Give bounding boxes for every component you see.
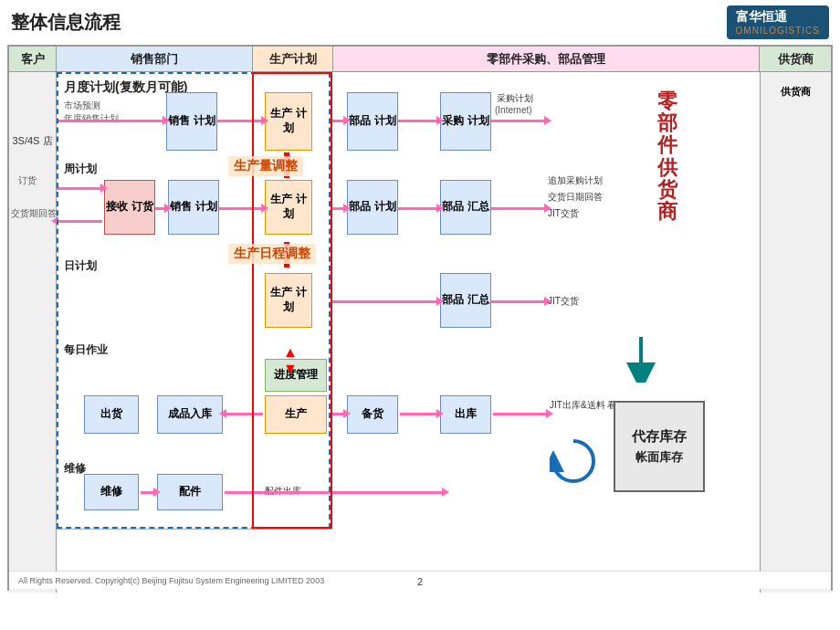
arrow-order-in: [57, 187, 102, 190]
page-number: 2: [417, 576, 423, 587]
logo-area: 富华恒通 OMNILOGISTICS: [727, 5, 829, 39]
footer: All Rights Reserved. Copyright(c) Beijin…: [9, 571, 831, 589]
parts-plan-2: 部品 计划: [347, 180, 398, 235]
arrow-prod-parts-2: [332, 207, 345, 210]
jit-label-weekly: JIT交货: [548, 207, 579, 220]
sales-plan-2: 销售 计划: [168, 180, 219, 235]
parts-summary-3: 部品 汇总: [440, 273, 491, 328]
col-headers: 客户 销售部门 生产计划 零部件采购、部品管理 供货商: [9, 47, 831, 72]
logo-sub: OMNILOGISTICS: [736, 26, 820, 36]
storage-line1: 代存库存: [632, 428, 687, 446]
arrow-stock-outbound: [400, 413, 438, 415]
purchase-plan-1: 采购 计划: [440, 92, 491, 151]
arrow-prod-parts-1: [332, 120, 345, 122]
sales-border-bottom: [57, 529, 331, 530]
daily-plan-label: 日计划: [64, 258, 97, 274]
repair-box: 维修: [84, 474, 139, 510]
shipment: 出货: [84, 395, 139, 434]
purchase-plan-label: 采购计划: [497, 92, 533, 105]
arrow-repair-parts: [141, 491, 155, 494]
shop-label: 3S/4S 店: [12, 134, 52, 148]
production: 生产: [265, 395, 327, 434]
supplier-label: 供货商: [781, 85, 811, 99]
order-label: 订货: [18, 174, 37, 187]
middle-area: 月度计划(复数月可能) 市场预测 年度销售计划 销售 计划 生产 计划 部品 计…: [57, 72, 760, 593]
delivery-date-label: 交货日期回答: [548, 191, 603, 204]
annual-sales: 年度销售计划: [64, 112, 119, 125]
market-forecast: 市场预测: [64, 100, 100, 112]
prod-plan-1: 生产 计划: [265, 92, 312, 151]
header: 整体信息流程 富华恒通 OMNILOGISTICS: [0, 0, 840, 43]
customer-col: 3S/4S 店: [9, 72, 57, 593]
add-purchase-label: 追加采购计划: [548, 174, 603, 187]
arrow-purchase-supplier-1: [491, 120, 546, 122]
teal-down-arrow: [625, 337, 657, 385]
outbound: 出库: [440, 395, 491, 434]
logo-box: 富华恒通 OMNILOGISTICS: [727, 5, 829, 39]
storage-box: 代存库存 帐面库存: [614, 401, 705, 492]
internet-label: (Internet): [495, 105, 532, 115]
logo-main: 富华恒通: [736, 9, 820, 26]
stock-prep: 备货: [347, 395, 398, 434]
col-parts: 零部件采购、部品管理: [333, 47, 760, 71]
col-prod-plan: 生产计划: [253, 47, 333, 71]
arrow-outbound-jit: [493, 413, 548, 415]
arrow-parts-purchase-1: [398, 120, 438, 122]
delivery-reply-label: 交货期回答: [11, 207, 57, 220]
arrow-partssum-supplier-2: [491, 207, 546, 210]
supplier-col: 供货商: [760, 72, 831, 593]
receive-order: 接收 订货: [104, 180, 155, 235]
parts-summary-2: 部品 汇总: [440, 180, 491, 235]
prod-qty-adj: 生产量调整: [228, 156, 303, 176]
arrow-delivery-reply: [57, 220, 102, 223]
arrow-recv-sales: [155, 207, 166, 210]
circle-arrow: [550, 437, 597, 485]
col-sales: 销售部门: [57, 47, 253, 71]
diagram: 客户 销售部门 生产计划 零部件采购、部品管理 供货商 3S/4S 店 月度计划…: [7, 45, 833, 591]
finished-goods: 成品入库: [157, 395, 223, 434]
storage-line2: 帐面库存: [635, 449, 683, 466]
col-customer: 客户: [9, 47, 57, 71]
arrow-parts-right-3: [491, 300, 546, 303]
jit-label-daily: JIT交货: [548, 295, 579, 308]
arrow-finished-prod: [225, 413, 263, 415]
arrow-sales-prod-2: [219, 207, 263, 210]
weekly-label: 周计划: [64, 162, 97, 177]
maintenance-label: 维修: [64, 461, 86, 477]
prod-sched-adj: 生产日程调整: [228, 244, 316, 264]
daily-ops-label: 每日作业: [64, 342, 108, 358]
arrow-sales-prod-1: [217, 120, 263, 122]
copyright: All Rights Reserved. Copyright(c) Beijin…: [18, 576, 324, 585]
zero-parts-supplier: 零 部 件 供 货 商: [657, 90, 687, 223]
parts-box: 配件: [157, 474, 223, 510]
page-title: 整体信息流程: [11, 10, 121, 35]
arrow-customer-sales-1: [57, 120, 164, 122]
sales-plan-1: 销售 计划: [166, 92, 217, 151]
parts-plan-1: 部品 计划: [347, 92, 398, 151]
arrow-parts-partssum-2: [398, 207, 438, 210]
content: 3S/4S 店 月度计划(复数月可能) 市场预测 年度销售计划 销售 计划 生产…: [9, 72, 831, 593]
arrow-parts-outbound: [225, 491, 444, 494]
arrow-prod-stock: [329, 413, 345, 415]
prod-plan-2: 生产 计划: [265, 180, 312, 235]
arrow-prod-parts-3: [332, 300, 438, 303]
prod-plan-3: 生产 计划: [265, 273, 312, 328]
red-double-arrow: ▲ ▼: [283, 344, 298, 377]
col-supplier: 供货商: [760, 47, 831, 71]
